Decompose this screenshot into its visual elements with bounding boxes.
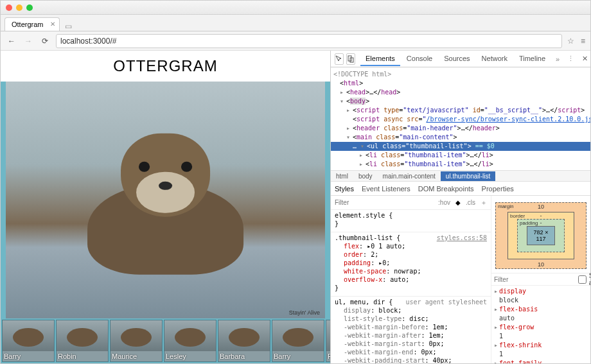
- thumbnail-item[interactable]: Barry: [2, 320, 55, 362]
- computed-list[interactable]: ▸displayblock▸flex-basisauto▸flex-grow1▸…: [491, 286, 590, 363]
- styles-pane[interactable]: :hov ◆ .cls ＋ element.style {}styles.css…: [331, 196, 491, 363]
- address-bar: ← → ⟳ localhost:3000/# ☆ ≡: [1, 31, 590, 51]
- subtab-event-listeners[interactable]: Event Listeners: [362, 185, 410, 193]
- new-rule-button[interactable]: ＋: [481, 198, 487, 207]
- new-tab-button[interactable]: ▭: [60, 22, 77, 31]
- thumbnail-item[interactable]: R: [326, 320, 330, 362]
- browser-tab[interactable]: Ottergram ✕: [4, 17, 60, 31]
- window-titlebar: [1, 1, 590, 15]
- zoom-window-button[interactable]: [26, 4, 33, 11]
- thumbnail-label: Barbara: [220, 352, 245, 360]
- devtools-tab-timeline[interactable]: Timeline: [514, 52, 551, 66]
- devtools-tab-elements[interactable]: Elements: [360, 52, 400, 66]
- minimize-window-button[interactable]: [16, 4, 22, 11]
- breadcrumb-item[interactable]: body: [353, 171, 378, 181]
- back-button[interactable]: ←: [6, 35, 17, 47]
- computed-filter-input[interactable]: [494, 276, 576, 283]
- cls-toggle[interactable]: .cls: [466, 199, 475, 206]
- styles-subtabs: StylesEvent ListenersDOM BreakpointsProp…: [331, 182, 590, 196]
- subtab-properties[interactable]: Properties: [482, 185, 514, 193]
- devtools-tab-network[interactable]: Network: [477, 52, 513, 66]
- thumbnail-label: Maurice: [112, 352, 137, 360]
- subtab-dom-breakpoints[interactable]: DOM Breakpoints: [418, 185, 474, 193]
- thumbnail-item[interactable]: Barbara: [218, 320, 270, 362]
- computed-filter-bar: Show all: [491, 273, 590, 286]
- subtab-styles[interactable]: Styles: [335, 185, 354, 193]
- url-text: localhost:3000/#: [60, 37, 116, 46]
- browser-tabstrip: Ottergram ✕ ▭: [1, 15, 590, 31]
- thumbnail-label: R: [328, 352, 330, 360]
- tab-title: Ottergram: [12, 21, 44, 28]
- breadcrumb-item[interactable]: html: [331, 171, 353, 181]
- breadcrumb-item[interactable]: main.main-content: [378, 171, 441, 181]
- breadcrumb-item[interactable]: ul.thumbnail-list: [441, 171, 495, 181]
- hero-caption: Stayin' Alive: [289, 309, 320, 316]
- devtools-tab-sources[interactable]: Sources: [439, 52, 475, 66]
- page-title: OTTERGRAM: [1, 57, 330, 75]
- devtools-toolbar: ElementsConsoleSourcesNetworkTimeline » …: [331, 51, 590, 67]
- thumbnail-item[interactable]: Lesley: [164, 320, 216, 362]
- page-header: OTTERGRAM: [1, 51, 330, 82]
- bookmark-icon[interactable]: ☆: [567, 37, 574, 46]
- close-window-button[interactable]: [6, 4, 12, 11]
- show-all-label: Show all: [589, 272, 590, 286]
- thumbnail-item[interactable]: Maurice: [110, 320, 163, 362]
- breadcrumb[interactable]: htmlbodymain.main-contentul.thumbnail-li…: [331, 170, 590, 182]
- page-viewport: OTTERGRAM Stayin' Alive BarryRobinMauric…: [1, 51, 330, 363]
- box-model-content: 782 × 117: [527, 226, 555, 245]
- hero-image-container: Stayin' Alive: [6, 82, 325, 318]
- inspect-icon[interactable]: [335, 53, 344, 65]
- close-tab-icon[interactable]: ✕: [50, 21, 55, 28]
- hov-toggle[interactable]: :hov: [438, 199, 450, 206]
- box-model[interactable]: margin 10 border - padding - 782 × 117: [491, 196, 590, 273]
- thumbnail-label: Robin: [58, 352, 76, 360]
- device-mode-icon[interactable]: [346, 53, 355, 65]
- thumbnail-list[interactable]: BarryRobinMauriceLesleyBarbaraBarryR: [1, 318, 330, 363]
- show-all-checkbox[interactable]: [578, 275, 587, 284]
- thumbnail-label: Lesley: [166, 352, 186, 360]
- styles-filter-input[interactable]: [335, 199, 433, 206]
- devtools-panel: ElementsConsoleSourcesNetworkTimeline » …: [330, 51, 590, 363]
- forward-button[interactable]: →: [22, 35, 34, 47]
- close-devtools-icon[interactable]: ✕: [579, 55, 590, 63]
- menu-icon[interactable]: ≡: [581, 37, 585, 46]
- hero-image: Stayin' Alive: [6, 82, 325, 318]
- thumbnail-label: Barry: [4, 352, 21, 360]
- url-input[interactable]: localhost:3000/#: [56, 34, 562, 48]
- dom-tree[interactable]: <!DOCTYPE html><html>▸<head>…</head>▾<bo…: [331, 67, 590, 170]
- reload-button[interactable]: ⟳: [39, 35, 51, 47]
- swatch-icon[interactable]: ◆: [455, 199, 461, 206]
- overflow-icon[interactable]: »: [553, 55, 562, 63]
- styles-filter-bar: :hov ◆ .cls ＋: [331, 196, 491, 210]
- thumbnail-item[interactable]: Robin: [56, 320, 109, 362]
- traffic-lights: [6, 4, 33, 11]
- devtools-tab-console[interactable]: Console: [401, 52, 437, 66]
- kebab-icon[interactable]: ⋮: [565, 55, 577, 63]
- thumbnail-label: Barry: [274, 352, 290, 360]
- thumbnail-item[interactable]: Barry: [272, 320, 324, 362]
